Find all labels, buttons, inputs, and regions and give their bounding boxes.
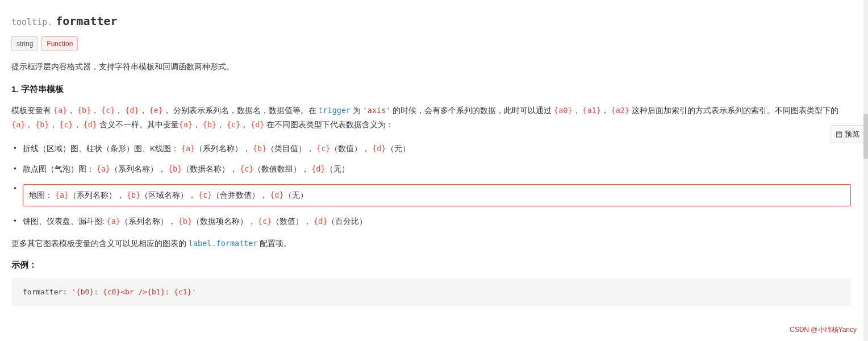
var-c-ref: {c} bbox=[59, 120, 73, 129]
description-text: 提示框浮层内容格式器，支持字符串模板和回调函数两种形式。 bbox=[11, 60, 851, 74]
footer-note: 更多其它图表模板变量的含义可以见相应的图表的 label.formatter 配… bbox=[11, 237, 851, 251]
code-value: '{b0}: {c0}<br />{b1}: {c1}' bbox=[72, 288, 196, 296]
section1-title: 1. 字符串模板 bbox=[11, 82, 851, 97]
var-c: {c} bbox=[101, 106, 115, 115]
axis-string: 'axis' bbox=[363, 106, 391, 115]
var-c2-ref: {c} bbox=[227, 120, 240, 129]
badge-row: string Function bbox=[11, 36, 851, 51]
csdn-watermark: CSDN @小绵杨Yancy bbox=[790, 324, 857, 335]
list-item-pie: 饼图、仪表盘、漏斗图: {a}（系列名称）， {b}（数据项名称）， {c}（数… bbox=[11, 211, 851, 231]
scrollbar-thumb[interactable] bbox=[863, 114, 868, 159]
var-a2-ref: {a} bbox=[179, 120, 193, 129]
var-b2-ref: {b} bbox=[203, 120, 216, 129]
var-b-ref: {b} bbox=[35, 120, 49, 129]
code-key: formatter: bbox=[23, 288, 72, 296]
var-a1: {a1} bbox=[582, 106, 601, 115]
preview-icon: ▤ bbox=[836, 128, 842, 140]
example-title: 示例： bbox=[11, 257, 851, 272]
var-a2: {a2} bbox=[611, 106, 630, 115]
scrollbar-area bbox=[863, 0, 868, 341]
list-item-line-chart: 折线（区域）图、柱状（条形）图、K线图： {a}（系列名称）， {b}（类目值）… bbox=[11, 139, 851, 159]
trigger-text: trigger bbox=[318, 106, 350, 115]
var-d-ref: {d} bbox=[83, 120, 97, 129]
list-item-map: 地图： {a}（系列名称）， {b}（区域名称）， {c}（合并数值）， {d}… bbox=[11, 179, 851, 211]
bullet-list: 折线（区域）图、柱状（条形）图、K线图： {a}（系列名称）， {b}（类目值）… bbox=[11, 139, 851, 231]
var-b: {b} bbox=[77, 106, 91, 115]
var-a: {a} bbox=[53, 106, 67, 115]
label-formatter-link[interactable]: label.formatter bbox=[189, 239, 258, 248]
page-title: formatter bbox=[56, 11, 117, 31]
preview-button[interactable]: ▤ 预览 bbox=[831, 125, 865, 143]
section1-intro: 模板变量有 {a}， {b}， {c}， {d}， {e}， 分别表示系列名，数… bbox=[11, 103, 851, 132]
code-block: formatter: '{b0}: {c0}<br />{b1}: {c1}' bbox=[11, 278, 851, 306]
var-d2-ref: {d} bbox=[251, 120, 264, 129]
page-container: tooltip. formatter string Function 提示框浮层… bbox=[0, 0, 868, 341]
badge-string: string bbox=[11, 36, 38, 51]
map-highlight-row: 地图： {a}（系列名称）， {b}（区域名称）， {c}（合并数值）， {d}… bbox=[23, 184, 851, 206]
preview-label: 预览 bbox=[845, 128, 859, 140]
title-line: tooltip. formatter bbox=[11, 11, 851, 31]
var-a-ref: {a} bbox=[11, 120, 25, 129]
var-e: {e} bbox=[149, 106, 162, 115]
badge-function: Function bbox=[41, 36, 78, 51]
tooltip-prefix: tooltip. bbox=[11, 15, 52, 30]
var-d: {d} bbox=[125, 106, 139, 115]
list-item-scatter: 散点图（气泡）图： {a}（系列名称）， {b}（数据名称）， {c}（数值数组… bbox=[11, 159, 851, 179]
var-a0: {a0} bbox=[554, 106, 573, 115]
